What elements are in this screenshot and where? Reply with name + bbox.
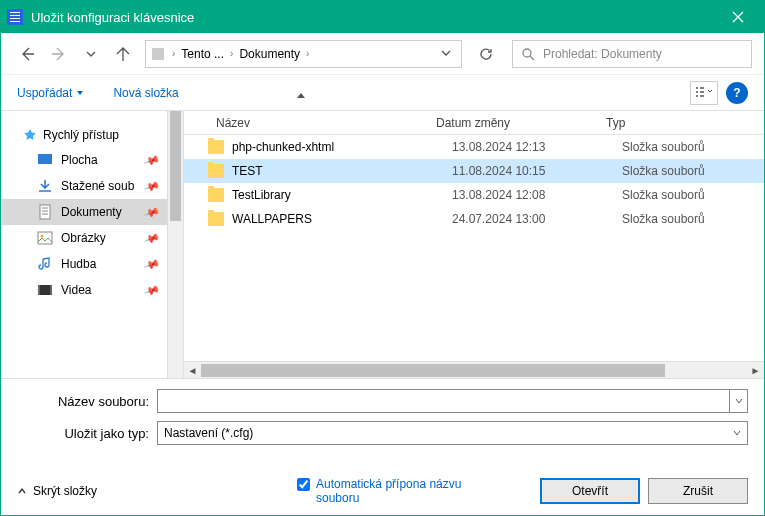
breadcrumb-root[interactable]: Tento ... — [181, 47, 224, 61]
svg-point-1 — [523, 49, 531, 57]
chevron-down-icon — [441, 48, 451, 58]
command-bar: Uspořádat Nová složka ? — [1, 75, 764, 111]
window-title: Uložit konfiguraci klávesnice — [31, 10, 718, 25]
pin-icon: 📌 — [143, 229, 161, 247]
close-button[interactable] — [718, 1, 758, 33]
new-folder-button[interactable]: Nová složka — [113, 86, 178, 100]
horizontal-scrollbar[interactable]: ◄ ► — [184, 361, 764, 378]
organize-label: Uspořádat — [17, 86, 72, 100]
refresh-button[interactable] — [472, 40, 500, 68]
filename-input[interactable] — [157, 389, 730, 413]
new-folder-label: Nová složka — [113, 86, 178, 100]
sidebar-item-plocha[interactable]: Plocha📌 — [1, 147, 167, 173]
folder-type-icon — [37, 230, 53, 246]
scroll-right-button[interactable]: ► — [747, 362, 764, 379]
star-icon — [23, 128, 37, 142]
quick-access-header[interactable]: Rychlý přístup — [1, 123, 167, 147]
footer-bar: Skrýt složky Automatická přípona názvu s… — [1, 463, 764, 515]
arrow-up-icon — [115, 46, 131, 62]
close-icon — [732, 11, 744, 23]
file-name: php-chunked-xhtml — [232, 140, 452, 154]
filename-dropdown[interactable] — [730, 389, 748, 413]
svg-rect-4 — [38, 232, 52, 244]
arrow-left-icon — [19, 46, 35, 62]
file-row[interactable]: php-chunked-xhtml13.08.2024 12:13Složka … — [184, 135, 764, 159]
view-list-icon — [695, 86, 713, 100]
auto-extension-checkbox[interactable]: Automatická přípona názvu souboru — [297, 477, 466, 505]
cancel-button[interactable]: Zrušit — [648, 478, 748, 504]
file-row[interactable]: TestLibrary13.08.2024 12:08Složka soubor… — [184, 183, 764, 207]
file-row[interactable]: WALLPAPERS24.07.2024 13:00Složka souborů — [184, 207, 764, 231]
address-dropdown[interactable] — [435, 47, 457, 61]
hide-folders-toggle[interactable]: Skrýt složky — [17, 484, 97, 498]
pin-icon: 📌 — [143, 151, 161, 169]
scroll-left-button[interactable]: ◄ — [184, 362, 201, 379]
pin-icon: 📌 — [143, 203, 161, 221]
sidebar-item-stažené-soub[interactable]: Stažené soub📌 — [1, 173, 167, 199]
scroll-track[interactable] — [201, 362, 747, 379]
folder-icon — [208, 164, 224, 178]
location-icon — [150, 46, 166, 62]
folder-type-icon — [37, 152, 53, 168]
file-date: 24.07.2024 13:00 — [452, 212, 622, 226]
title-bar: Uložit konfiguraci klávesnice — [1, 1, 764, 33]
column-name-header[interactable]: Název — [208, 116, 428, 130]
scroll-thumb[interactable] — [201, 364, 665, 377]
file-type: Složka souborů — [622, 164, 705, 178]
sort-indicator-icon — [297, 93, 305, 98]
file-name: WALLPAPERS — [232, 212, 452, 226]
sidebar-item-label: Dokumenty — [61, 205, 122, 219]
breadcrumb-separator: › — [306, 48, 309, 59]
breadcrumb-separator: › — [230, 48, 233, 59]
file-type: Složka souborů — [622, 212, 705, 226]
chevron-down-icon — [86, 49, 96, 59]
navigation-pane: Rychlý přístup Plocha📌Stažené soub📌Dokum… — [1, 111, 167, 378]
file-pane: Název Datum změny Typ php-chunked-xhtml1… — [184, 111, 764, 378]
svg-rect-2 — [38, 154, 52, 164]
help-button[interactable]: ? — [726, 82, 748, 104]
column-type-header[interactable]: Typ — [598, 116, 764, 130]
refresh-icon — [479, 47, 493, 61]
breadcrumb-current[interactable]: Dokumenty — [239, 47, 300, 61]
sidebar-item-label: Hudba — [61, 257, 96, 271]
breadcrumb-separator: › — [172, 48, 175, 59]
filetype-combobox[interactable]: Nastavení (*.cfg) — [157, 421, 748, 445]
organize-menu[interactable]: Uspořádat — [17, 86, 85, 100]
sidebar-item-label: Stažené soub — [61, 179, 134, 193]
folder-type-icon — [37, 282, 53, 298]
file-date: 13.08.2024 12:13 — [452, 140, 622, 154]
recent-locations-button[interactable] — [77, 40, 105, 68]
back-button[interactable] — [13, 40, 41, 68]
pin-icon: 📌 — [143, 177, 161, 195]
open-button[interactable]: Otevřít — [540, 478, 640, 504]
search-input[interactable]: Prohledat: Dokumenty — [512, 40, 752, 68]
scrollbar-thumb[interactable] — [170, 111, 181, 221]
sidebar-item-label: Plocha — [61, 153, 98, 167]
app-icon — [7, 9, 23, 25]
file-row[interactable]: TEST11.08.2024 10:15Složka souborů — [184, 159, 764, 183]
sidebar-item-hudba[interactable]: Hudba📌 — [1, 251, 167, 277]
sidebar-item-dokumenty[interactable]: Dokumenty📌 — [1, 199, 167, 225]
filetype-value: Nastavení (*.cfg) — [164, 426, 253, 440]
svg-rect-8 — [50, 285, 52, 295]
search-icon — [521, 47, 535, 61]
forward-button[interactable] — [45, 40, 73, 68]
search-placeholder: Prohledat: Dokumenty — [543, 47, 662, 61]
sidebar-item-obrázky[interactable]: Obrázky📌 — [1, 225, 167, 251]
file-date: 11.08.2024 10:15 — [452, 164, 622, 178]
folder-type-icon — [37, 204, 53, 220]
up-button[interactable] — [109, 40, 137, 68]
sidebar-item-label: Videa — [61, 283, 91, 297]
sidebar-scrollbar[interactable] — [167, 111, 183, 378]
folder-icon — [208, 140, 224, 154]
address-bar[interactable]: › Tento ... › Dokumenty › — [145, 40, 462, 68]
main-area: Rychlý přístup Plocha📌Stažené soub📌Dokum… — [1, 111, 764, 378]
auto-extension-input[interactable] — [297, 478, 310, 491]
column-date-header[interactable]: Datum změny — [428, 116, 598, 130]
chevron-down-icon — [75, 88, 85, 98]
sidebar-item-videa[interactable]: Videa📌 — [1, 277, 167, 303]
svg-rect-7 — [38, 285, 40, 295]
chevron-down-icon — [733, 428, 741, 439]
open-button-label: Otevřít — [572, 484, 608, 498]
view-options-button[interactable] — [690, 81, 718, 105]
